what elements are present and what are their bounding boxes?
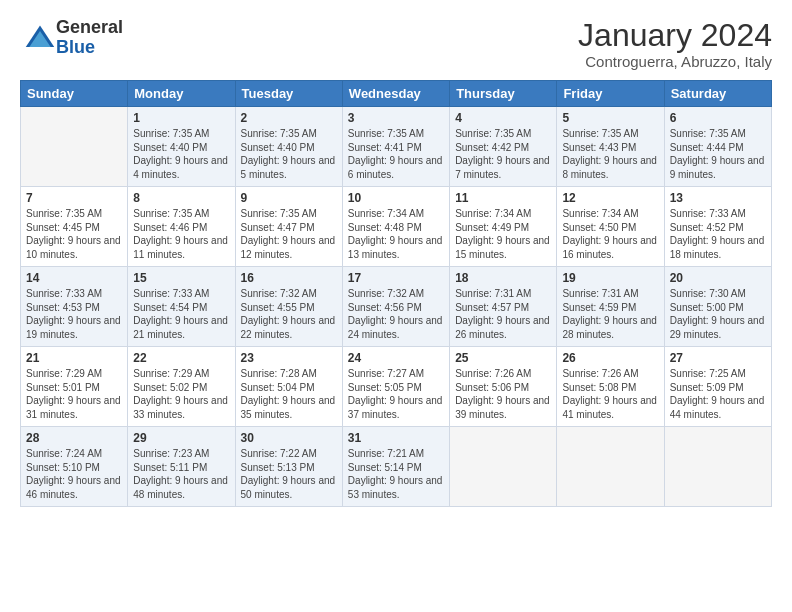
calendar-cell: 10Sunrise: 7:34 AMSunset: 4:48 PMDayligh…: [342, 187, 449, 267]
calendar-cell: 25Sunrise: 7:26 AMSunset: 5:06 PMDayligh…: [450, 347, 557, 427]
day-info: Sunrise: 7:29 AMSunset: 5:01 PMDaylight:…: [26, 368, 121, 420]
calendar-cell: 24Sunrise: 7:27 AMSunset: 5:05 PMDayligh…: [342, 347, 449, 427]
week-row-1: 1Sunrise: 7:35 AMSunset: 4:40 PMDaylight…: [21, 107, 772, 187]
day-number: 12: [562, 191, 658, 205]
day-info: Sunrise: 7:35 AMSunset: 4:41 PMDaylight:…: [348, 128, 443, 180]
day-info: Sunrise: 7:33 AMSunset: 4:53 PMDaylight:…: [26, 288, 121, 340]
day-number: 17: [348, 271, 444, 285]
month-title: January 2024: [578, 18, 772, 53]
day-number: 27: [670, 351, 766, 365]
day-number: 5: [562, 111, 658, 125]
header-row: SundayMondayTuesdayWednesdayThursdayFrid…: [21, 81, 772, 107]
day-number: 25: [455, 351, 551, 365]
calendar-cell: 30Sunrise: 7:22 AMSunset: 5:13 PMDayligh…: [235, 427, 342, 507]
day-info: Sunrise: 7:35 AMSunset: 4:42 PMDaylight:…: [455, 128, 550, 180]
day-info: Sunrise: 7:25 AMSunset: 5:09 PMDaylight:…: [670, 368, 765, 420]
calendar-cell: 13Sunrise: 7:33 AMSunset: 4:52 PMDayligh…: [664, 187, 771, 267]
title-block: January 2024 Controguerra, Abruzzo, Ital…: [578, 18, 772, 70]
logo-general: General: [56, 18, 123, 38]
day-info: Sunrise: 7:26 AMSunset: 5:08 PMDaylight:…: [562, 368, 657, 420]
calendar-cell: 18Sunrise: 7:31 AMSunset: 4:57 PMDayligh…: [450, 267, 557, 347]
day-info: Sunrise: 7:24 AMSunset: 5:10 PMDaylight:…: [26, 448, 121, 500]
page: General Blue January 2024 Controguerra, …: [0, 0, 792, 612]
day-number: 15: [133, 271, 229, 285]
calendar-cell: 31Sunrise: 7:21 AMSunset: 5:14 PMDayligh…: [342, 427, 449, 507]
calendar-cell: 27Sunrise: 7:25 AMSunset: 5:09 PMDayligh…: [664, 347, 771, 427]
calendar-cell: 19Sunrise: 7:31 AMSunset: 4:59 PMDayligh…: [557, 267, 664, 347]
calendar-cell: 12Sunrise: 7:34 AMSunset: 4:50 PMDayligh…: [557, 187, 664, 267]
week-row-3: 14Sunrise: 7:33 AMSunset: 4:53 PMDayligh…: [21, 267, 772, 347]
logo-text: General Blue: [56, 18, 123, 58]
day-number: 26: [562, 351, 658, 365]
day-info: Sunrise: 7:27 AMSunset: 5:05 PMDaylight:…: [348, 368, 443, 420]
calendar-table: SundayMondayTuesdayWednesdayThursdayFrid…: [20, 80, 772, 507]
calendar-cell: 3Sunrise: 7:35 AMSunset: 4:41 PMDaylight…: [342, 107, 449, 187]
header: General Blue January 2024 Controguerra, …: [20, 18, 772, 70]
calendar-cell: 26Sunrise: 7:26 AMSunset: 5:08 PMDayligh…: [557, 347, 664, 427]
day-header-friday: Friday: [557, 81, 664, 107]
day-number: 28: [26, 431, 122, 445]
day-number: 7: [26, 191, 122, 205]
day-number: 16: [241, 271, 337, 285]
day-info: Sunrise: 7:28 AMSunset: 5:04 PMDaylight:…: [241, 368, 336, 420]
calendar-cell: 20Sunrise: 7:30 AMSunset: 5:00 PMDayligh…: [664, 267, 771, 347]
day-number: 18: [455, 271, 551, 285]
day-number: 8: [133, 191, 229, 205]
day-info: Sunrise: 7:33 AMSunset: 4:54 PMDaylight:…: [133, 288, 228, 340]
calendar-cell: [557, 427, 664, 507]
calendar-cell: 16Sunrise: 7:32 AMSunset: 4:55 PMDayligh…: [235, 267, 342, 347]
day-number: 29: [133, 431, 229, 445]
day-info: Sunrise: 7:21 AMSunset: 5:14 PMDaylight:…: [348, 448, 443, 500]
day-info: Sunrise: 7:31 AMSunset: 4:57 PMDaylight:…: [455, 288, 550, 340]
day-header-thursday: Thursday: [450, 81, 557, 107]
calendar-cell: 6Sunrise: 7:35 AMSunset: 4:44 PMDaylight…: [664, 107, 771, 187]
day-number: 22: [133, 351, 229, 365]
day-header-sunday: Sunday: [21, 81, 128, 107]
calendar-cell: 29Sunrise: 7:23 AMSunset: 5:11 PMDayligh…: [128, 427, 235, 507]
logo-blue: Blue: [56, 38, 123, 58]
day-number: 24: [348, 351, 444, 365]
day-info: Sunrise: 7:34 AMSunset: 4:50 PMDaylight:…: [562, 208, 657, 260]
week-row-5: 28Sunrise: 7:24 AMSunset: 5:10 PMDayligh…: [21, 427, 772, 507]
day-number: 2: [241, 111, 337, 125]
day-info: Sunrise: 7:35 AMSunset: 4:45 PMDaylight:…: [26, 208, 121, 260]
calendar-cell: 4Sunrise: 7:35 AMSunset: 4:42 PMDaylight…: [450, 107, 557, 187]
day-number: 3: [348, 111, 444, 125]
day-info: Sunrise: 7:30 AMSunset: 5:00 PMDaylight:…: [670, 288, 765, 340]
day-info: Sunrise: 7:35 AMSunset: 4:43 PMDaylight:…: [562, 128, 657, 180]
day-number: 4: [455, 111, 551, 125]
day-info: Sunrise: 7:35 AMSunset: 4:40 PMDaylight:…: [241, 128, 336, 180]
calendar-cell: 28Sunrise: 7:24 AMSunset: 5:10 PMDayligh…: [21, 427, 128, 507]
day-info: Sunrise: 7:35 AMSunset: 4:44 PMDaylight:…: [670, 128, 765, 180]
calendar-cell: 22Sunrise: 7:29 AMSunset: 5:02 PMDayligh…: [128, 347, 235, 427]
calendar-cell: 9Sunrise: 7:35 AMSunset: 4:47 PMDaylight…: [235, 187, 342, 267]
calendar-cell: 15Sunrise: 7:33 AMSunset: 4:54 PMDayligh…: [128, 267, 235, 347]
day-header-monday: Monday: [128, 81, 235, 107]
day-number: 10: [348, 191, 444, 205]
logo: General Blue: [20, 18, 123, 58]
day-number: 11: [455, 191, 551, 205]
day-info: Sunrise: 7:33 AMSunset: 4:52 PMDaylight:…: [670, 208, 765, 260]
day-number: 6: [670, 111, 766, 125]
logo-icon: [24, 22, 56, 54]
day-info: Sunrise: 7:29 AMSunset: 5:02 PMDaylight:…: [133, 368, 228, 420]
day-number: 14: [26, 271, 122, 285]
day-number: 30: [241, 431, 337, 445]
week-row-2: 7Sunrise: 7:35 AMSunset: 4:45 PMDaylight…: [21, 187, 772, 267]
day-info: Sunrise: 7:34 AMSunset: 4:49 PMDaylight:…: [455, 208, 550, 260]
calendar-cell: 5Sunrise: 7:35 AMSunset: 4:43 PMDaylight…: [557, 107, 664, 187]
location: Controguerra, Abruzzo, Italy: [578, 53, 772, 70]
day-number: 9: [241, 191, 337, 205]
calendar-cell: 21Sunrise: 7:29 AMSunset: 5:01 PMDayligh…: [21, 347, 128, 427]
calendar-cell: [21, 107, 128, 187]
day-number: 19: [562, 271, 658, 285]
day-header-wednesday: Wednesday: [342, 81, 449, 107]
day-info: Sunrise: 7:35 AMSunset: 4:46 PMDaylight:…: [133, 208, 228, 260]
day-number: 1: [133, 111, 229, 125]
calendar-cell: 8Sunrise: 7:35 AMSunset: 4:46 PMDaylight…: [128, 187, 235, 267]
day-number: 23: [241, 351, 337, 365]
day-info: Sunrise: 7:32 AMSunset: 4:56 PMDaylight:…: [348, 288, 443, 340]
calendar-cell: 17Sunrise: 7:32 AMSunset: 4:56 PMDayligh…: [342, 267, 449, 347]
calendar-cell: 2Sunrise: 7:35 AMSunset: 4:40 PMDaylight…: [235, 107, 342, 187]
calendar-cell: 1Sunrise: 7:35 AMSunset: 4:40 PMDaylight…: [128, 107, 235, 187]
